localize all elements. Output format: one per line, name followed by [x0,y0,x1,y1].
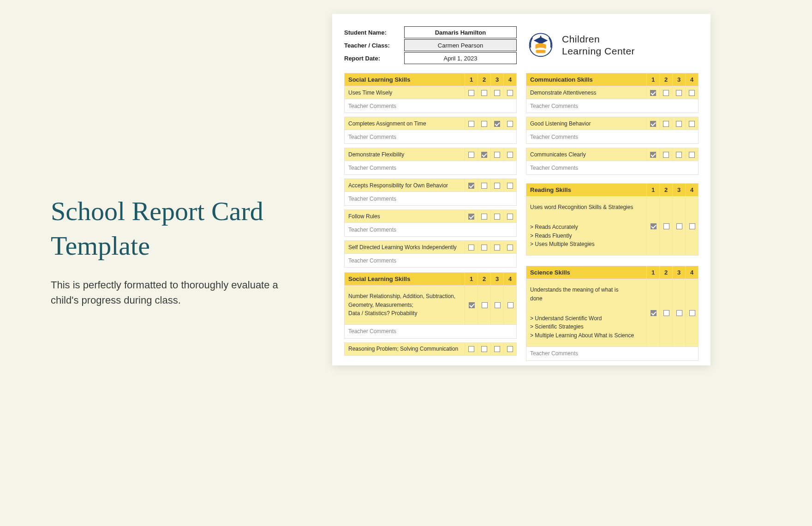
comment-row[interactable]: Teacher Comments [526,130,699,144]
school-brand: Children Learning Center [526,26,699,65]
rating-checkbox-1[interactable] [468,121,474,127]
teacher-comments-field[interactable]: Teacher Comments [526,347,699,360]
page-title: School Report Card Template [51,194,295,263]
student-name-label: Student Name: [344,29,404,36]
rating-checkbox-2[interactable] [481,214,487,220]
rating-checkbox-4[interactable] [507,90,513,96]
rating-checkbox-4[interactable] [689,90,695,96]
teacher-comments-field[interactable]: Teacher Comments [526,99,699,113]
rating-checkbox-2[interactable] [663,223,669,229]
svg-rect-1 [540,36,542,38]
rating-checkbox-3[interactable] [676,121,682,127]
rating-checkbox-2[interactable] [481,90,487,96]
teacher-comments-field[interactable]: Teacher Comments [345,99,517,113]
skill-row: Communicates Clearly [526,148,699,161]
skill-row: Demonstrate Attentiveness [526,86,699,99]
teacher-comments-field[interactable]: Teacher Comments [526,161,699,175]
rating-checkbox-2[interactable] [663,90,669,96]
rating-checkbox-3[interactable] [676,90,682,96]
rating-checkbox-3[interactable] [494,121,500,127]
comment-row[interactable]: Teacher Comments [345,254,517,268]
rating-checkbox-4[interactable] [508,302,513,308]
col-4: 4 [504,73,517,86]
rating-checkbox-1[interactable] [468,245,474,251]
rating-checkbox-2[interactable] [481,346,487,352]
rating-checkbox-2[interactable] [481,183,487,189]
col-4: 4 [686,184,699,197]
skill-label: Demonstrate Flexibility [345,148,465,161]
comment-row[interactable]: Teacher Comments [345,223,517,237]
rating-checkbox-3[interactable] [495,302,501,308]
rating-checkbox-2[interactable] [663,121,669,127]
col-2: 2 [660,184,673,197]
teacher-comments-field[interactable]: Teacher Comments [345,223,517,237]
comment-row[interactable]: Teacher Comments [345,324,517,338]
rating-checkbox-3[interactable] [494,346,500,352]
rating-checkbox-4[interactable] [507,183,513,189]
teacher-comments-field[interactable]: Teacher Comments [345,192,517,206]
rating-checkbox-4[interactable] [507,214,513,220]
rating-checkbox-2[interactable] [481,245,487,251]
teacher-class-field[interactable]: Carmen Pearson [404,39,517,51]
rating-checkbox-2[interactable] [663,310,669,316]
rating-checkbox-3[interactable] [494,214,500,220]
svg-rect-2 [536,50,545,53]
rating-checkbox-1[interactable] [468,90,474,96]
rating-checkbox-2[interactable] [481,121,487,127]
col-2: 2 [478,73,491,86]
col-1: 1 [465,273,478,286]
rating-checkbox-1[interactable] [469,302,475,308]
rating-checkbox-3[interactable] [494,90,500,96]
rating-checkbox-3[interactable] [494,183,500,189]
comment-row[interactable]: Teacher Comments [526,99,699,113]
rating-checkbox-2[interactable] [663,152,669,158]
skill-label: Uses Time Wisely [345,86,465,99]
rating-checkbox-4[interactable] [689,121,695,127]
report-date-field[interactable]: April 1, 2023 [404,52,517,64]
rating-checkbox-3[interactable] [676,223,682,229]
comment-row[interactable]: Teacher Comments [345,130,517,144]
teacher-comments-field[interactable]: Teacher Comments [526,130,699,144]
rating-checkbox-1[interactable] [650,121,656,127]
rating-checkbox-1[interactable] [650,152,656,158]
rating-checkbox-4[interactable] [507,346,513,352]
rating-checkbox-1[interactable] [468,183,474,189]
comment-row[interactable]: Teacher Comments [526,161,699,175]
rating-checkbox-1[interactable] [468,152,474,158]
rating-checkbox-1[interactable] [468,214,474,220]
rating-checkbox-4[interactable] [507,121,513,127]
teacher-comments-field[interactable]: Teacher Comments [345,161,517,175]
rating-checkbox-4[interactable] [689,310,695,316]
comment-row[interactable]: Teacher Comments [345,192,517,206]
skill-row: Completes Assignment on Time [345,117,517,130]
rating-checkbox-1[interactable] [650,90,656,96]
comment-row[interactable]: Teacher Comments [345,161,517,175]
rating-checkbox-4[interactable] [689,223,695,229]
skills-section: Follow Rules Teacher Comments [344,209,517,237]
teacher-comments-field[interactable]: Teacher Comments [345,130,517,144]
rating-checkbox-3[interactable] [676,310,682,316]
col-3: 3 [673,73,686,86]
rating-checkbox-4[interactable] [507,152,513,158]
rating-checkbox-3[interactable] [676,152,682,158]
rating-checkbox-2[interactable] [482,302,488,308]
skill-label: Communicates Clearly [526,148,647,161]
col-4: 4 [504,273,517,286]
comment-row[interactable]: Teacher Comments [345,99,517,113]
rating-checkbox-3[interactable] [494,152,500,158]
section-title: Communication Skills [526,73,647,86]
rating-checkbox-1[interactable] [651,310,657,316]
skill-label: Completes Assignment on Time [345,117,465,130]
comment-row[interactable]: Teacher Comments [526,347,699,360]
rating-checkbox-1[interactable] [468,346,474,352]
teacher-comments-field[interactable]: Teacher Comments [345,254,517,268]
rating-checkbox-3[interactable] [494,245,500,251]
col-1: 1 [647,73,660,86]
rating-checkbox-2[interactable] [481,152,487,158]
rating-checkbox-4[interactable] [689,152,695,158]
skills-section: Reading Skills 1 2 3 4 Uses word Recogni… [526,183,699,256]
teacher-comments-field[interactable]: Teacher Comments [345,324,517,338]
rating-checkbox-1[interactable] [651,223,657,229]
rating-checkbox-4[interactable] [507,245,513,251]
student-name-field[interactable]: Damaris Hamilton [404,26,517,38]
